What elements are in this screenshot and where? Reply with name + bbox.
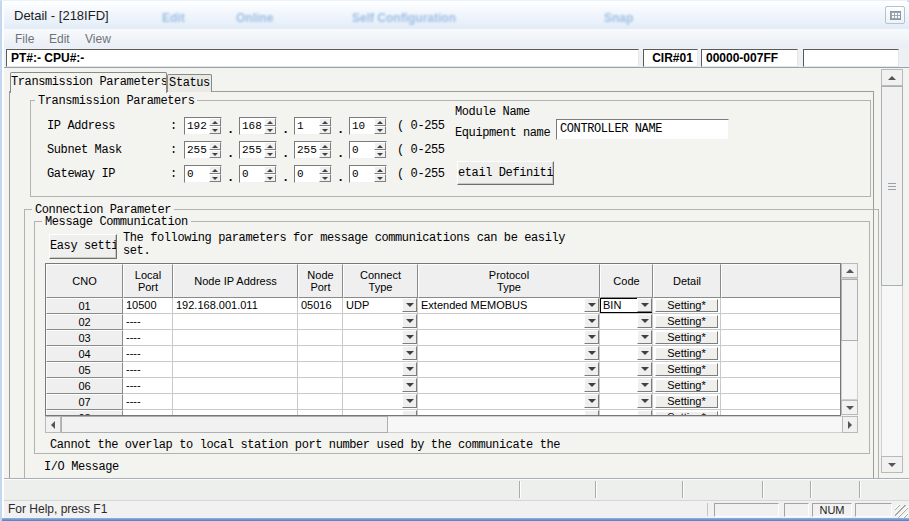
local-port-cell[interactable]: ----: [123, 394, 173, 410]
protocol-type-cell[interactable]: [418, 378, 600, 394]
spin-up-icon[interactable]: [319, 166, 331, 174]
cno-cell[interactable]: 04: [46, 346, 123, 362]
subnet-octet-2-spinner[interactable]: 255: [239, 141, 277, 159]
spin-down-icon[interactable]: [264, 174, 276, 182]
ip-octet-2-spinner[interactable]: 168: [239, 117, 277, 135]
gateway-octet-1-spinner[interactable]: 0: [184, 165, 222, 183]
spin-down-icon[interactable]: [264, 126, 276, 134]
spin-up-icon[interactable]: [209, 118, 221, 126]
connect-type-cell[interactable]: [343, 362, 418, 378]
node-ip-cell[interactable]: [173, 346, 298, 362]
node-port-cell[interactable]: 05016: [298, 298, 343, 314]
code-cell[interactable]: [600, 362, 653, 378]
dropdown-arrow-icon[interactable]: [637, 298, 652, 312]
scroll-down-button[interactable]: [841, 400, 858, 415]
main-vertical-scrollbar[interactable]: [881, 69, 903, 473]
scroll-down-button[interactable]: [881, 456, 903, 473]
tab-transmission-parameters[interactable]: Transmission Parameters: [10, 72, 167, 93]
cno-cell[interactable]: 07: [46, 394, 123, 410]
code-cell[interactable]: [600, 378, 653, 394]
ip-octet-1-spinner[interactable]: 192: [184, 117, 222, 135]
spin-down-icon[interactable]: [264, 150, 276, 158]
dropdown-arrow-icon[interactable]: [402, 330, 417, 344]
scrollbar-thumb[interactable]: [881, 86, 903, 286]
setting-button[interactable]: Setting*: [655, 395, 718, 408]
dropdown-arrow-icon[interactable]: [402, 346, 417, 360]
cno-cell[interactable]: 03: [46, 330, 123, 346]
connect-type-cell[interactable]: [343, 394, 418, 410]
dropdown-arrow-icon[interactable]: [584, 394, 599, 408]
ip-octet-3-spinner[interactable]: 1: [294, 117, 332, 135]
tab-status[interactable]: Status: [167, 74, 212, 92]
setting-button[interactable]: Setting*: [655, 379, 718, 392]
spin-down-icon[interactable]: [319, 126, 331, 134]
spin-down-icon[interactable]: [209, 150, 221, 158]
gateway-octet-2-spinner[interactable]: 0: [239, 165, 277, 183]
protocol-type-cell[interactable]: [418, 314, 600, 330]
spin-up-icon[interactable]: [319, 142, 331, 150]
code-cell[interactable]: [600, 330, 653, 346]
node-ip-cell[interactable]: [173, 378, 298, 394]
cno-cell[interactable]: 01: [46, 298, 123, 314]
setting-button[interactable]: Setting*: [655, 299, 718, 312]
cno-cell[interactable]: 02: [46, 314, 123, 330]
dropdown-arrow-icon[interactable]: [584, 298, 599, 312]
equipment-name-input[interactable]: CONTROLLER NAME: [556, 119, 729, 140]
cno-cell[interactable]: 05: [46, 362, 123, 378]
protocol-type-cell[interactable]: [418, 330, 600, 346]
spin-up-icon[interactable]: [264, 142, 276, 150]
dropdown-arrow-icon[interactable]: [637, 362, 652, 376]
scrollbar-thumb[interactable]: [61, 416, 388, 433]
setting-button[interactable]: Setting*: [655, 347, 718, 360]
connect-type-cell[interactable]: [343, 330, 418, 346]
spin-down-icon[interactable]: [319, 174, 331, 182]
dropdown-arrow-icon[interactable]: [584, 346, 599, 360]
spin-up-icon[interactable]: [264, 166, 276, 174]
scroll-up-button[interactable]: [881, 69, 903, 86]
code-cell[interactable]: [600, 346, 653, 362]
local-port-cell[interactable]: ----: [123, 378, 173, 394]
setting-button[interactable]: Setting*: [655, 363, 718, 376]
gateway-octet-4-spinner[interactable]: 0: [349, 165, 387, 183]
table-vertical-scrollbar[interactable]: [841, 263, 858, 415]
node-ip-cell[interactable]: 192.168.001.011: [173, 298, 298, 314]
resize-grip[interactable]: [895, 505, 908, 518]
subnet-octet-4-spinner[interactable]: 0: [349, 141, 387, 159]
spin-down-icon[interactable]: [374, 126, 386, 134]
scroll-up-button[interactable]: [841, 263, 858, 278]
scrollbar-thumb[interactable]: [841, 279, 858, 341]
node-ip-cell[interactable]: [173, 394, 298, 410]
dropdown-arrow-icon[interactable]: [637, 346, 652, 360]
node-ip-cell[interactable]: [173, 314, 298, 330]
cno-cell[interactable]: 06: [46, 378, 123, 394]
dropdown-arrow-icon[interactable]: [637, 394, 652, 408]
protocol-type-cell[interactable]: [418, 394, 600, 410]
local-port-cell[interactable]: ----: [123, 314, 173, 330]
dropdown-arrow-icon[interactable]: [402, 378, 417, 392]
dropdown-arrow-icon[interactable]: [637, 378, 652, 392]
dropdown-arrow-icon[interactable]: [402, 298, 417, 312]
connect-type-cell[interactable]: [343, 314, 418, 330]
ip-octet-4-spinner[interactable]: 10: [349, 117, 387, 135]
menu-edit[interactable]: Edit: [49, 32, 70, 46]
node-port-cell[interactable]: [298, 314, 343, 330]
gateway-octet-3-spinner[interactable]: 0: [294, 165, 332, 183]
detail-definition-button[interactable]: etail Definitio: [457, 161, 554, 185]
code-cell[interactable]: BIN: [600, 298, 653, 314]
code-cell[interactable]: [600, 314, 653, 330]
protocol-type-cell[interactable]: Extended MEMOBUS: [418, 298, 600, 314]
subnet-octet-1-spinner[interactable]: 255: [184, 141, 222, 159]
protocol-type-cell[interactable]: [418, 362, 600, 378]
subnet-octet-3-spinner[interactable]: 255: [294, 141, 332, 159]
spin-up-icon[interactable]: [209, 142, 221, 150]
dropdown-arrow-icon[interactable]: [402, 314, 417, 328]
spin-up-icon[interactable]: [264, 118, 276, 126]
spin-up-icon[interactable]: [209, 166, 221, 174]
spin-up-icon[interactable]: [374, 166, 386, 174]
dropdown-arrow-icon[interactable]: [637, 330, 652, 344]
node-ip-cell[interactable]: [173, 362, 298, 378]
connect-type-cell[interactable]: UDP: [343, 298, 418, 314]
connect-type-cell[interactable]: [343, 378, 418, 394]
scroll-right-button[interactable]: [842, 416, 858, 433]
spin-down-icon[interactable]: [374, 174, 386, 182]
